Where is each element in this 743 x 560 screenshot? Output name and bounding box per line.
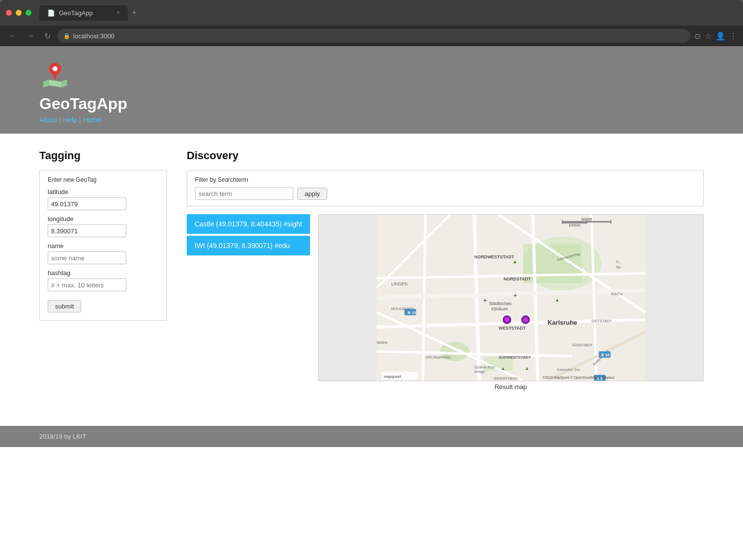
- svg-text:▲: ▲: [524, 365, 529, 371]
- map-caption: Result map: [318, 383, 704, 391]
- nav-separator-2: |: [79, 116, 81, 124]
- latitude-label: latitude: [48, 188, 159, 196]
- svg-text:©2019 MapQuest © OpenStreetMap: ©2019 MapQuest © OpenStreetMap © Mapbox: [543, 376, 615, 380]
- filter-row: apply: [195, 187, 695, 200]
- svg-text:GRÜNWINKEL: GRÜNWINKEL: [425, 355, 452, 360]
- tab-title: GeoTagApp: [59, 9, 93, 17]
- app-logo: [39, 58, 704, 91]
- svg-text:WESTSTADT: WESTSTADT: [499, 326, 526, 331]
- nav-home-link[interactable]: Home: [83, 116, 101, 124]
- hashtag-label: hashtag: [48, 269, 159, 277]
- reload-button[interactable]: ↻: [41, 29, 54, 43]
- geotag-form: Enter new GeoTag latitude longitude name: [39, 170, 167, 321]
- svg-text:Karlsruher Zoo: Karlsruher Zoo: [557, 368, 580, 371]
- browser-tab[interactable]: 📄 GeoTagApp ×: [39, 5, 128, 21]
- svg-text:B 10: B 10: [601, 353, 609, 357]
- tagging-title: Tagging: [39, 149, 167, 162]
- account-icon[interactable]: 👤: [715, 31, 725, 41]
- svg-text:SÜDWESTSTADT: SÜDWESTSTADT: [499, 355, 531, 360]
- latitude-field: latitude: [48, 188, 159, 210]
- svg-text:+: +: [513, 291, 517, 299]
- cast-icon[interactable]: ⊙: [694, 31, 701, 41]
- browser-titlebar: 📄 GeoTagApp × +: [0, 0, 743, 26]
- svg-marker-1: [43, 80, 49, 87]
- nav-separator-1: |: [59, 116, 61, 124]
- svg-text:Tr...: Tr...: [616, 260, 622, 264]
- result-list: Castle (49.01379, 8.404435) #sight IWI (…: [187, 214, 310, 255]
- map-area: LINGEN NORDWESTSTADT NORDSTADT MÜHLBURG …: [318, 214, 704, 381]
- svg-point-4: [53, 66, 57, 71]
- svg-text:▲: ▲: [500, 365, 505, 371]
- svg-text:mapquest: mapquest: [384, 374, 401, 379]
- svg-text:OSTSTADT: OSTSTADT: [591, 319, 612, 323]
- svg-marker-2: [61, 80, 67, 87]
- svg-point-63: [504, 317, 509, 322]
- svg-text:▲: ▲: [512, 258, 517, 264]
- svg-marker-5: [52, 73, 58, 81]
- main-content: Tagging Enter new GeoTag latitude longit…: [0, 134, 743, 406]
- svg-text:Karlsruhe: Karlsruhe: [547, 319, 577, 326]
- latitude-input[interactable]: [48, 197, 126, 210]
- svg-text:Günther-Klotz-: Günther-Klotz-: [474, 365, 496, 369]
- tab-close-icon[interactable]: ×: [116, 9, 120, 16]
- footer-text: 2018/19 by LKIT: [39, 433, 86, 440]
- address-bar[interactable]: 🔒 localhost:3000: [57, 29, 690, 43]
- result-item[interactable]: IWI (49.01379, 8.390071) #edu: [187, 236, 310, 255]
- longitude-field: longitude: [48, 215, 159, 237]
- submit-button[interactable]: submit: [48, 300, 81, 312]
- apply-button[interactable]: apply: [297, 188, 327, 200]
- map-wrapper: LINGEN NORDWESTSTADT NORDSTADT MÜHLBURG …: [318, 214, 704, 391]
- longitude-label: longitude: [48, 215, 159, 223]
- nav-help-link[interactable]: Help: [63, 116, 77, 124]
- menu-icon[interactable]: ⋮: [729, 31, 737, 41]
- logo-svg: [39, 58, 71, 89]
- browser-window: 📄 GeoTagApp × + ← → ↻ 🔒 localhost:3000 ⊙…: [0, 0, 743, 560]
- hashtag-field: hashtag: [48, 269, 159, 291]
- app-header: GeoTagApp About | Help | Home: [0, 46, 743, 134]
- name-label: name: [48, 242, 159, 250]
- search-input[interactable]: [195, 187, 293, 200]
- tagging-section: Tagging Enter new GeoTag latitude longit…: [39, 149, 167, 391]
- browser-toolbar: ← → ↻ 🔒 localhost:3000 ⊙ ☆ 👤 ⋮: [0, 26, 743, 46]
- discovery-section: Discovery Filter by Searchterm apply Cas…: [187, 149, 704, 391]
- svg-text:Sp: Sp: [616, 265, 621, 269]
- discovery-title: Discovery: [187, 149, 704, 162]
- hashtag-input[interactable]: [48, 279, 126, 291]
- longitude-input[interactable]: [48, 224, 126, 237]
- app-title: GeoTagApp: [39, 95, 704, 113]
- svg-text:LINGEN: LINGEN: [391, 281, 407, 286]
- svg-text:BEIERTHEIM: BEIERTHEIM: [494, 376, 517, 381]
- app-nav: About | Help | Home: [39, 116, 704, 124]
- svg-text:1000m: 1000m: [568, 223, 580, 227]
- back-button[interactable]: ←: [6, 29, 20, 42]
- map-svg: LINGEN NORDWESTSTADT NORDSTADT MÜHLBURG …: [318, 215, 703, 381]
- forward-button[interactable]: →: [24, 29, 37, 42]
- svg-point-61: [523, 317, 528, 322]
- window-controls: [6, 10, 31, 16]
- maximize-window-dot[interactable]: [26, 10, 31, 16]
- security-icon: 🔒: [63, 33, 70, 39]
- svg-text:B 10: B 10: [408, 310, 416, 315]
- svg-text:NDEN: NDEN: [376, 340, 388, 345]
- svg-text:Klinikum: Klinikum: [491, 307, 508, 311]
- filter-legend: Filter by Searchterm: [195, 176, 695, 183]
- address-text: localhost:3000: [73, 32, 114, 40]
- new-tab-button[interactable]: +: [132, 8, 137, 18]
- svg-text:NORDSTADT: NORDSTADT: [503, 277, 531, 281]
- svg-text:▲: ▲: [555, 297, 560, 303]
- close-window-dot[interactable]: [6, 10, 12, 16]
- form-legend: Enter new GeoTag: [48, 176, 159, 183]
- minimize-window-dot[interactable]: [16, 10, 22, 16]
- result-item[interactable]: Castle (49.01379, 8.404435) #sight: [187, 214, 310, 234]
- svg-text:Städtisches: Städtisches: [489, 301, 512, 306]
- name-field: name: [48, 242, 159, 264]
- svg-text:RINTH: RINTH: [611, 292, 623, 296]
- svg-text:NORDWESTSTADT: NORDWESTSTADT: [474, 254, 514, 259]
- bookmark-icon[interactable]: ☆: [705, 31, 712, 41]
- name-input[interactable]: [48, 252, 126, 264]
- svg-text:+: +: [483, 296, 487, 304]
- results-area: Castle (49.01379, 8.404435) #sight IWI (…: [187, 214, 704, 391]
- nav-about-link[interactable]: About: [39, 116, 57, 124]
- svg-text:SÜDSTADT: SÜDSTADT: [572, 343, 593, 347]
- app-footer: 2018/19 by LKIT: [0, 426, 743, 447]
